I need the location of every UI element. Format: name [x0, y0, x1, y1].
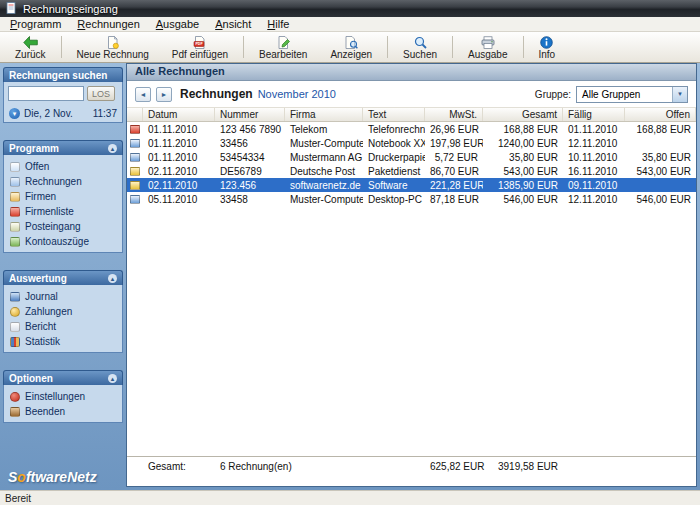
view-title: Alle Rechnungen [127, 64, 696, 81]
view-button[interactable]: Anzeigen [319, 33, 383, 61]
cell: 02.11.2010 [143, 166, 215, 177]
section-title: Rechnungen suchen [9, 70, 107, 81]
prev-month-button[interactable]: ◄ [135, 87, 151, 102]
settings-icon [10, 392, 20, 402]
next-month-button[interactable]: ► [156, 87, 172, 102]
calendar-icon[interactable]: ▾ [9, 108, 20, 119]
menu-item-hilfe[interactable]: Hilfe [259, 18, 297, 30]
main-panel: Alle Rechnungen ◄ ► Rechnungen November … [126, 63, 697, 487]
column-header-icon[interactable] [127, 108, 143, 121]
sidebar-item-rechnungen[interactable]: Rechnungen [8, 174, 118, 189]
search-button[interactable]: Suchen [392, 33, 448, 61]
sidebar-item-zahlungen[interactable]: Zahlungen [8, 304, 118, 319]
column-header-offen[interactable]: Offen [625, 108, 696, 121]
sidebar-item-firmenliste[interactable]: Firmenliste [8, 204, 118, 219]
chevron-down-icon: ▼ [672, 87, 687, 102]
cell: Desktop-PC [363, 194, 425, 205]
section-panel: JournalZahlungenBerichtStatistik [3, 285, 123, 353]
cell: 33456 [215, 138, 285, 149]
back-button[interactable]: Zurück [4, 33, 57, 61]
invoice-row[interactable]: 02.11.2010123.456softwarenetz.deSoftware… [127, 178, 696, 192]
section-title: Programm [9, 143, 59, 154]
toolbar-separator [387, 36, 388, 58]
sidebar-item-offen[interactable]: Offen [8, 159, 118, 174]
svg-text:PDF: PDF [196, 42, 204, 46]
row-icon-cell [127, 195, 143, 204]
table-header-row: DatumNummerFirmaTextMwSt.GesamtFälligOff… [127, 107, 696, 122]
search-panel: LOS ▾ Die, 2 Nov. 11:37 [3, 82, 123, 123]
cell: Mustermann AG [285, 152, 363, 163]
search-go-button[interactable]: LOS [87, 86, 115, 101]
footer-gesamt-total: 3919,58 EUR [483, 461, 563, 472]
subheader: ◄ ► Rechnungen November 2010 Gruppe: All… [127, 81, 696, 107]
menu-item-ansicht[interactable]: Ansicht [207, 18, 259, 30]
open-invoices-icon [10, 162, 20, 172]
cell: 09.11.2010 [563, 180, 625, 191]
menu-item-rechnungen[interactable]: Rechnungen [69, 18, 147, 30]
sidebar-item-journal[interactable]: Journal [8, 289, 118, 304]
cell: 546,00 EUR [625, 194, 696, 205]
collapse-section-button[interactable]: ▴ [108, 144, 117, 153]
cell: DE56789 [215, 166, 285, 177]
menu-item-programm[interactable]: Programm [2, 18, 69, 30]
row-icon-cell [127, 139, 143, 148]
sidebar-item-firmen[interactable]: Firmen [8, 189, 118, 204]
cell: 16.11.2010 [563, 166, 625, 177]
cell: 197,98 EUR [425, 138, 483, 149]
group-label: Gruppe: [535, 89, 571, 100]
new-invoice-button[interactable]: Neue Rechnung [66, 33, 160, 61]
sidebar-item-einstellungen[interactable]: Einstellungen [8, 389, 118, 404]
column-header-nummer[interactable]: Nummer [215, 108, 285, 121]
exit-icon [10, 407, 20, 417]
column-header-text[interactable]: Text [363, 108, 425, 121]
collapse-section-button[interactable]: ▴ [108, 274, 117, 283]
cell: 12.11.2010 [563, 138, 625, 149]
sidebar-item-beenden[interactable]: Beenden [8, 404, 118, 419]
sidebar-item-statistik[interactable]: Statistik [8, 334, 118, 349]
search-section-header: Rechnungen suchen [3, 67, 123, 82]
invoice-yellow-icon [130, 181, 140, 190]
column-header-firma[interactable]: Firma [285, 108, 363, 121]
column-header-fällig[interactable]: Fällig [563, 108, 625, 121]
menu-item-ausgabe[interactable]: Ausgabe [148, 18, 207, 30]
sidebar-item-posteingang[interactable]: Posteingang [8, 219, 118, 234]
column-header-mwst[interactable]: MwSt. [425, 108, 483, 121]
column-header-gesamt[interactable]: Gesamt [483, 108, 563, 121]
invoice-row[interactable]: 02.11.2010DE56789Deutsche PostPaketdiens… [127, 164, 696, 178]
sidebar-item-label: Posteingang [25, 221, 81, 232]
cell: 10.11.2010 [563, 152, 625, 163]
group-dropdown[interactable]: Alle Gruppen ▼ [576, 86, 688, 103]
period-link[interactable]: November 2010 [258, 88, 336, 100]
journal-icon [10, 292, 20, 302]
invoice-row[interactable]: 01.11.201053454334Mustermann AGDruckerpa… [127, 150, 696, 164]
sidebar-item-bericht[interactable]: Bericht [8, 319, 118, 334]
sidebar-item-label: Kontoauszüge [25, 236, 89, 247]
edit-button[interactable]: Bearbeiten [248, 33, 318, 61]
row-icon-cell [127, 125, 143, 134]
invoice-blue-icon [130, 195, 140, 204]
sidebar-item-label: Rechnungen [25, 176, 82, 187]
cell: 123 456 7890 [215, 124, 285, 135]
back-arrow-icon [23, 36, 38, 49]
toolbar-label: Ausgabe [468, 49, 507, 60]
column-header-datum[interactable]: Datum [143, 108, 215, 121]
logo-part: ftwareNetz [26, 469, 97, 485]
cell: 05.11.2010 [143, 194, 215, 205]
info-button[interactable]: Info [528, 33, 567, 61]
row-icon-cell [127, 153, 143, 162]
collapse-section-button[interactable]: ▴ [108, 374, 117, 383]
insert-pdf-button[interactable]: PDF Pdf einfügen [161, 33, 239, 61]
invoice-row[interactable]: 05.11.201033458Muster-ComputerDesktop-PC… [127, 192, 696, 206]
logo-part: S [8, 469, 17, 485]
cell: 543,00 EUR [625, 166, 696, 177]
search-input[interactable] [8, 86, 84, 101]
date-display: ▾ Die, 2 Nov. 11:37 [8, 107, 118, 119]
invoice-yellow-icon [130, 167, 140, 176]
cell: 221,28 EUR [425, 180, 483, 191]
section-title: Optionen [9, 373, 53, 384]
invoice-row[interactable]: 01.11.201033456Muster-ComputerNotebook X… [127, 136, 696, 150]
invoice-row[interactable]: 01.11.2010123 456 7890TelekomTelefonrech… [127, 122, 696, 136]
output-button[interactable]: Ausgabe [457, 33, 518, 61]
cell: 1385,90 EUR [483, 180, 563, 191]
sidebar-item-kontoauszüge[interactable]: Kontoauszüge [8, 234, 118, 249]
